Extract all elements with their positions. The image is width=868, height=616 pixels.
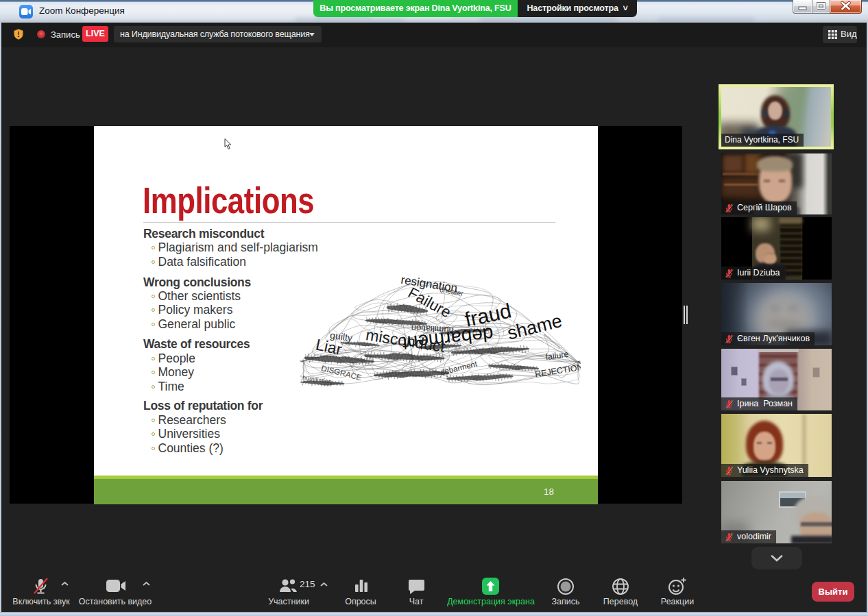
svg-text:shame: shame xyxy=(505,310,564,344)
svg-text:REJECTION: REJECTION xyxy=(534,362,581,380)
